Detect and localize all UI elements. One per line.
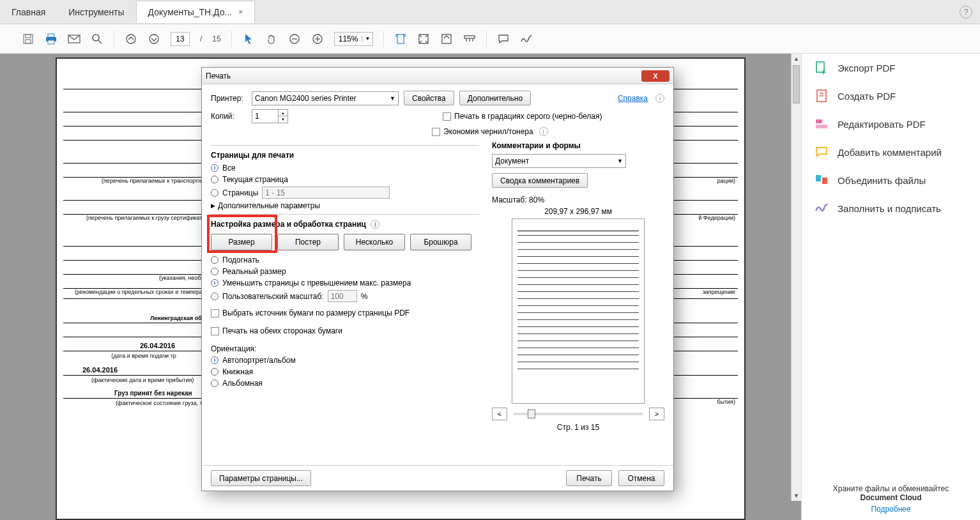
tab-main[interactable]: Главная — [0, 1, 57, 23]
tool-combine-files[interactable]: Объединить файлы — [802, 166, 980, 194]
printer-value: Canon MG2400 series Printer — [255, 94, 356, 103]
print-dialog: Печать X Принтер: Canon MG2400 series Pr… — [201, 67, 674, 491]
radio-fit[interactable]: Подогнать — [211, 256, 479, 264]
radio-custom-scale[interactable]: Пользовательский масштаб: % — [211, 290, 479, 302]
page-down-icon[interactable] — [148, 33, 160, 45]
duplex-checkbox[interactable]: Печать на обеих сторонах бумаги — [211, 326, 479, 335]
comments-select[interactable]: Документ▼ — [492, 154, 626, 168]
close-icon[interactable]: × — [238, 8, 243, 17]
tool-fill-sign[interactable]: Заполнить и подписать — [802, 194, 980, 222]
dialog-titlebar[interactable]: Печать X — [202, 68, 673, 84]
svg-rect-1 — [26, 34, 31, 38]
doc-scrollbar[interactable]: ▲ ▼ — [791, 54, 801, 501]
seg-booklet-button[interactable]: Брошюра — [410, 234, 471, 250]
tool-create-pdf[interactable]: Создать PDF — [802, 82, 980, 110]
save-icon[interactable] — [22, 33, 34, 45]
zoom-out-icon[interactable] — [288, 33, 301, 45]
svg-point-9 — [126, 34, 135, 43]
slider-knob[interactable] — [528, 409, 535, 418]
close-icon[interactable]: X — [641, 70, 670, 82]
radio-all[interactable]: Все — [211, 164, 479, 172]
cancel-button[interactable]: Отмена — [618, 470, 664, 486]
zoom-select[interactable]: 115%▼ — [334, 32, 374, 46]
search-icon[interactable] — [91, 33, 103, 45]
fullscreen-icon[interactable] — [440, 33, 453, 45]
pages-input[interactable] — [262, 187, 390, 199]
hand-icon[interactable] — [265, 33, 278, 45]
info-icon[interactable]: i — [539, 127, 548, 136]
scroll-up-icon[interactable]: ▲ — [792, 54, 801, 64]
radio-orient-auto[interactable]: Автопортрет/альбом — [211, 356, 479, 365]
tool-edit-pdf[interactable]: Редактировать PDF — [802, 110, 980, 138]
fit-page-icon[interactable] — [417, 33, 430, 45]
print-button[interactable]: Печать — [566, 470, 612, 486]
separator — [231, 31, 232, 47]
toolbar: / 15 115%▼ — [0, 24, 980, 54]
page-setup-button[interactable]: Параметры страницы... — [211, 470, 311, 486]
more-params-disclosure[interactable]: ▶Дополнительные параметры — [211, 201, 479, 210]
tool-label: Объединить файлы — [838, 175, 926, 186]
print-icon[interactable] — [45, 33, 57, 45]
radio-current[interactable]: Текущая страница — [211, 175, 479, 184]
help-icon[interactable]: ? — [960, 6, 972, 19]
help-icon[interactable]: i — [655, 94, 664, 103]
tab-tools[interactable]: Инструменты — [57, 1, 135, 23]
spin-down-icon[interactable]: ▼ — [279, 116, 287, 123]
seg-poster-button[interactable]: Постер — [277, 234, 339, 250]
copies-spinner[interactable]: ▲▼ — [252, 109, 288, 123]
tool-export-pdf[interactable]: Экспорт PDF — [802, 54, 980, 82]
radio-pages[interactable]: Страницы — [211, 187, 479, 199]
radio-orient-portrait[interactable]: Книжная — [211, 367, 479, 376]
page-input[interactable] — [171, 32, 190, 46]
seg-multiple-button[interactable]: Несколько — [344, 234, 405, 250]
copies-label: Копий: — [211, 112, 247, 121]
dialog-footer: Параметры страницы... Печать Отмена — [202, 465, 673, 491]
printer-select[interactable]: Canon MG2400 series Printer▼ — [252, 91, 399, 105]
tool-label: Экспорт PDF — [838, 63, 896, 73]
scale-label: Масштаб: — [492, 195, 527, 204]
svg-line-8 — [98, 40, 102, 43]
tool-label: Создать PDF — [838, 91, 896, 102]
advanced-button[interactable]: Дополнительно — [459, 91, 531, 105]
scroll-down-icon[interactable]: ▼ — [792, 491, 801, 501]
separator — [114, 31, 114, 47]
preview-next-button[interactable]: > — [649, 408, 664, 420]
zoom-in-icon[interactable] — [311, 33, 324, 45]
fit-width-icon[interactable] — [394, 33, 407, 45]
eco-checkbox[interactable]: Экономия чернил/тонераi — [432, 127, 548, 136]
sign-tool-icon — [815, 201, 829, 215]
custom-scale-input[interactable] — [328, 290, 357, 302]
preview-prev-button[interactable]: < — [492, 408, 507, 420]
svg-rect-16 — [397, 34, 404, 43]
combine-icon — [815, 173, 829, 187]
properties-button[interactable]: Свойства — [404, 91, 454, 105]
help-link[interactable]: Справка — [618, 94, 648, 103]
radio-actual[interactable]: Реальный размер — [211, 267, 479, 276]
scroll-thumb[interactable] — [793, 65, 800, 103]
scale-value: 80% — [529, 195, 544, 204]
grayscale-checkbox[interactable]: Печать в градациях серого (черно-белая) — [443, 112, 602, 121]
mail-icon[interactable] — [68, 33, 80, 45]
seg-size-button[interactable]: Размер — [211, 234, 272, 250]
radio-shrink[interactable]: Уменьшить страницы с превышением макс. р… — [211, 279, 479, 287]
footer-line2: Document Cloud — [808, 493, 974, 502]
paper-source-checkbox[interactable]: Выбрать источник бумаги по размеру стран… — [211, 309, 479, 317]
preview-slider[interactable] — [514, 413, 643, 415]
pointer-icon[interactable] — [242, 33, 255, 45]
tool-label: Заполнить и подписать — [838, 203, 941, 214]
tab-document[interactable]: Документы_ТН.До... × — [136, 1, 256, 23]
summarize-comments-button[interactable]: Сводка комментариев — [492, 173, 588, 188]
sign-icon[interactable] — [520, 33, 533, 45]
spin-up-icon[interactable]: ▲ — [279, 110, 287, 116]
copies-input[interactable] — [252, 110, 278, 123]
comment-icon[interactable] — [497, 33, 510, 45]
footer-more-link[interactable]: Подробнее — [808, 505, 974, 514]
info-icon[interactable]: i — [371, 220, 379, 229]
tool-add-comment[interactable]: Добавить комментарий — [802, 138, 980, 166]
svg-rect-5 — [48, 40, 54, 44]
page-dims: 209,97 x 296,97 мм — [492, 207, 664, 216]
svg-rect-19 — [464, 36, 475, 38]
page-up-icon[interactable] — [125, 33, 137, 45]
read-mode-icon[interactable] — [463, 33, 476, 45]
radio-orient-landscape[interactable]: Альбомная — [211, 379, 479, 388]
